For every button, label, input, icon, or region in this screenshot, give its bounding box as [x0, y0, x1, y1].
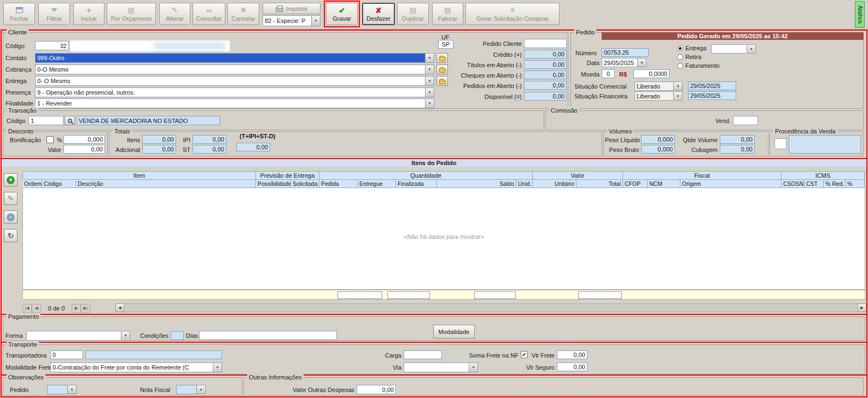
obs-nota-fiscal-combo[interactable]: [176, 385, 206, 394]
carga-input[interactable]: [404, 350, 442, 359]
entrega-combo[interactable]: 0- O Mesmo: [35, 76, 434, 86]
contato-combo[interactable]: 999-Outro: [35, 53, 434, 63]
scroll-left-icon[interactable]: ◀: [115, 303, 124, 312]
pager-last-icon[interactable]: ▶|: [81, 304, 90, 313]
situacao-comercial-combo[interactable]: Liberado: [634, 81, 683, 91]
presenca-combo[interactable]: 9 - Operação não presencial, outros.: [35, 87, 434, 97]
incluir-button[interactable]: Incluir: [73, 3, 104, 25]
grid-col-header[interactable]: Total: [576, 179, 623, 188]
itens-grid: Item Previsão de Entrega Quantidade Valo…: [22, 171, 865, 300]
cliente-codigo-input[interactable]: 32: [35, 41, 69, 50]
vlr-frete-input[interactable]: 0,00: [557, 350, 587, 359]
moeda-taxa-input[interactable]: 0,0000: [633, 69, 669, 78]
grid-col-header[interactable]: CST: [805, 179, 824, 188]
cobranca-combo[interactable]: 0-O Mesmo: [35, 65, 434, 74]
grid-col-header[interactable]: Unitário: [533, 179, 576, 188]
grid-col-header[interactable]: Ordem: [22, 179, 42, 188]
faturar-button[interactable]: Faturar: [432, 3, 463, 25]
grid-col-header[interactable]: Saldo: [437, 179, 516, 188]
cancelar-button[interactable]: Cancelar: [228, 3, 259, 25]
fechar-button[interactable]: Fechar: [3, 3, 35, 25]
radio-faturamento[interactable]: Faturamento: [677, 62, 719, 69]
combo-value: 999-Outro: [36, 55, 425, 61]
fieldset-legend: Transação: [7, 107, 38, 114]
especie-combo[interactable]: 82 - Especie: P: [263, 15, 321, 26]
combo-value: 0-Contratação do Frete por conta do Reme…: [51, 364, 213, 371]
soma-frete-checkbox[interactable]: [521, 351, 528, 358]
consultar-button[interactable]: Consultar: [193, 3, 225, 25]
grid-col-header[interactable]: Pedida: [319, 179, 358, 188]
procedencia-codigo-input[interactable]: [774, 138, 787, 149]
pager-first-icon[interactable]: |◀: [22, 304, 32, 313]
filtrar-button[interactable]: Filtrar: [38, 3, 70, 25]
grid-col-header[interactable]: CSOSN: [782, 179, 805, 188]
radio-entrega[interactable]: Entrega: [677, 45, 707, 51]
transacao-descricao: VENDA DE MERCADORIA NO ESTADO: [77, 116, 220, 125]
grid-col-header[interactable]: Finalizada: [396, 179, 437, 188]
transacao-search-button[interactable]: [65, 116, 75, 125]
transportadora-codigo-input[interactable]: 0: [50, 350, 83, 359]
gerar-solicitacao-button[interactable]: Gerar Solicitação Compras: [465, 3, 560, 25]
grid-col-header[interactable]: %: [846, 179, 865, 188]
obs-pedido-label: Pedido: [10, 387, 28, 393]
forma-combo[interactable]: [26, 331, 130, 341]
duplicar-button[interactable]: Duplicar: [397, 3, 429, 25]
button-label: Cancelar: [231, 15, 255, 22]
scroll-right-icon[interactable]: ▶: [858, 303, 866, 312]
edit-item-button[interactable]: [4, 192, 18, 205]
vend-input[interactable]: [733, 116, 758, 125]
valor-outras-despesas-input[interactable]: 0,00: [357, 385, 396, 394]
grid-col-header[interactable]: Possibilidade: [256, 179, 291, 188]
situacao-comercial-label: Situação Comercial: [574, 83, 626, 90]
obs-pedido-combo[interactable]: [47, 385, 77, 394]
grid-col-header[interactable]: Solicitada: [291, 179, 319, 188]
bonificacao-checkbox[interactable]: [46, 136, 54, 143]
finalidade-combo[interactable]: 1 - Revender: [35, 98, 434, 108]
grid-col-header[interactable]: Entregue: [358, 179, 396, 188]
window-icon: [16, 7, 23, 13]
via-combo[interactable]: [404, 362, 478, 372]
entrega-tipo-combo[interactable]: [711, 44, 756, 54]
modalidade-frete-combo[interactable]: 0-Contratação do Frete por conta do Reme…: [50, 362, 222, 372]
pager-prev-icon[interactable]: ◀: [32, 304, 41, 313]
grid-col-header[interactable]: Unid.: [516, 179, 533, 188]
moeda-input[interactable]: 0: [602, 69, 615, 78]
pedido-cliente-input[interactable]: [524, 39, 567, 48]
gravar-button[interactable]: Gravar: [326, 3, 358, 25]
button-label: Faturar: [438, 15, 457, 22]
cliente-fieldset: Cliente Código 32 UF SP Contato 999-Outr…: [3, 32, 568, 109]
printer-icon: [276, 7, 283, 12]
combo-value: 82 - Especie: P: [263, 17, 311, 24]
vlr-seguro-input[interactable]: 0,00: [557, 362, 587, 371]
grid-col-header[interactable]: Código: [42, 179, 76, 188]
pager-next-icon[interactable]: ▶: [72, 304, 81, 313]
dias-input[interactable]: [199, 331, 337, 340]
grid-col-header[interactable]: Origem: [680, 179, 782, 188]
grid-col-header[interactable]: % Red.: [824, 179, 846, 188]
atalhos-tab[interactable]: Atalhos: [855, 1, 865, 28]
refresh-items-button[interactable]: [4, 229, 18, 242]
remove-item-button[interactable]: [4, 210, 18, 224]
grid-col-header[interactable]: NCM: [648, 179, 680, 188]
grid-col-header[interactable]: Descrição: [76, 179, 256, 188]
por-orcamento-button[interactable]: Por Orçamento: [107, 3, 156, 25]
add-item-button[interactable]: [4, 173, 18, 186]
hscrollbar[interactable]: ◀ ▶: [115, 303, 866, 312]
data-combo[interactable]: 29/05/2025: [602, 58, 646, 67]
titulos-label: Títulos em Aberto (-): [434, 62, 522, 68]
grid-body: <Não há dados para mostrar>: [22, 188, 865, 290]
radio-retira[interactable]: Retira: [677, 54, 701, 60]
desconto-pct-input[interactable]: 0,000: [63, 135, 105, 144]
desconto-valor-input[interactable]: 0,00: [63, 145, 105, 154]
imprimir-button[interactable]: Imprimir: [263, 3, 321, 14]
grid-col-header[interactable]: CFOP: [623, 179, 648, 188]
pedidos-aberto-field: 0,00: [524, 81, 567, 90]
chevron-down-icon: [425, 65, 434, 74]
transportadora-nome-field: [85, 350, 222, 359]
situacao-financeira-combo[interactable]: Liberado: [634, 91, 683, 101]
desfazer-button[interactable]: Desfazer: [362, 3, 395, 25]
alterar-button[interactable]: Alterar: [159, 3, 190, 25]
modalidade-button[interactable]: Modalidade: [433, 325, 475, 338]
chevron-down-icon: [637, 58, 646, 67]
transacao-codigo-input[interactable]: 1: [28, 116, 63, 125]
